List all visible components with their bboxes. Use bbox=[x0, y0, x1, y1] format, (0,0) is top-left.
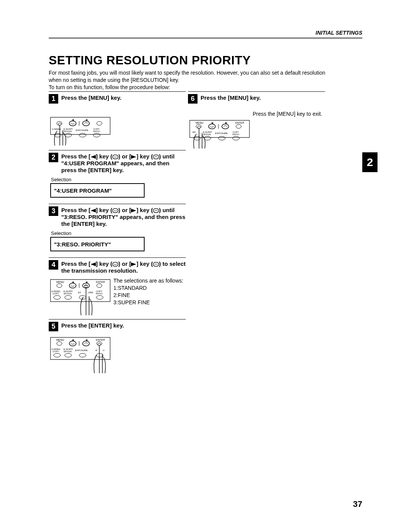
step-title: Press the [ENTER] key. bbox=[61, 322, 124, 329]
step-rule bbox=[49, 150, 186, 150]
lcd-display: "4:USER PROGRAM" bbox=[50, 183, 145, 198]
svg-point-50 bbox=[79, 296, 86, 299]
step-number-badge: 3 bbox=[49, 206, 58, 216]
hand-icon bbox=[94, 343, 105, 373]
down-nav-icon bbox=[112, 262, 118, 267]
step-rule bbox=[49, 91, 186, 92]
svg-marker-63 bbox=[72, 339, 74, 341]
svg-text:R: R bbox=[96, 349, 97, 351]
svg-text:RATIO: RATIO bbox=[96, 292, 103, 295]
step-rule bbox=[188, 91, 325, 92]
step-head: 3 Press the [] key () or [] key () until… bbox=[49, 206, 186, 227]
svg-point-71 bbox=[65, 353, 72, 357]
text-fragment: ] key ( bbox=[96, 207, 112, 213]
step-title: Press the [MENU] key. bbox=[61, 94, 121, 101]
svg-point-68 bbox=[83, 341, 89, 346]
step-side-text: Press the [MENU] key to exit. bbox=[253, 110, 325, 118]
step-head: 5 Press the [ENTER] key. bbox=[49, 322, 186, 331]
text-fragment: ] key ( bbox=[96, 153, 112, 160]
svg-text:RATIO: RATIO bbox=[233, 133, 239, 136]
svg-marker-7 bbox=[86, 119, 88, 121]
selection-label: Selection bbox=[51, 230, 186, 236]
up-nav-icon bbox=[153, 208, 159, 213]
right-arrow-icon bbox=[131, 262, 136, 266]
svg-marker-41 bbox=[72, 281, 74, 283]
selection-label: Selection bbox=[51, 177, 186, 182]
svg-marker-42 bbox=[86, 281, 88, 283]
step-head: 2 Press the [] key () or [] key () until… bbox=[49, 153, 186, 174]
step-rule bbox=[49, 204, 186, 204]
right-arrow-icon bbox=[131, 155, 136, 159]
svg-point-51 bbox=[96, 296, 103, 299]
step-number-badge: 5 bbox=[49, 322, 58, 331]
svg-text:MENU: MENU bbox=[56, 281, 64, 283]
svg-text:ENTER: ENTER bbox=[96, 339, 105, 341]
svg-point-95 bbox=[198, 126, 201, 128]
svg-point-15 bbox=[79, 133, 86, 137]
text-fragment: ) or [ bbox=[118, 207, 131, 213]
step-head: 6 Press the [MENU] key. bbox=[188, 94, 325, 104]
step-side-text: The selections are as follows: 1:STANDAR… bbox=[113, 277, 186, 306]
svg-text:RATIO: RATIO bbox=[93, 130, 100, 133]
svg-point-9 bbox=[69, 121, 76, 126]
svg-text:O: O bbox=[103, 349, 105, 351]
svg-point-12 bbox=[97, 121, 102, 125]
text-fragment: ) or [ bbox=[118, 260, 131, 267]
svg-point-70 bbox=[54, 353, 61, 357]
control-panel-illustration: 2-SIDED E-SORT/ SP.FUN EXPOSURE COPY RAT… bbox=[50, 107, 110, 145]
step-4: 4 Press the [] key () or [] key () to se… bbox=[49, 257, 186, 315]
column-1: 1 Press the [MENU] key. 2-SIDED E-SORT/ … bbox=[49, 89, 186, 373]
down-nav-icon bbox=[112, 155, 118, 159]
svg-point-17 bbox=[58, 123, 61, 125]
step-number-badge: 2 bbox=[49, 153, 58, 162]
svg-text:COPY: COPY bbox=[53, 292, 59, 295]
svg-point-27 bbox=[113, 262, 118, 267]
svg-point-11 bbox=[83, 121, 89, 126]
step-number-badge: 4 bbox=[49, 260, 58, 270]
svg-point-93 bbox=[218, 136, 225, 140]
svg-marker-18 bbox=[91, 155, 96, 159]
svg-point-74 bbox=[98, 343, 101, 345]
svg-marker-64 bbox=[86, 339, 88, 341]
step-number-badge: 6 bbox=[188, 94, 198, 104]
step-rule bbox=[49, 257, 186, 258]
svg-point-29 bbox=[153, 262, 159, 267]
svg-marker-6 bbox=[72, 119, 74, 121]
step-2: 2 Press the [] key () or [] key () until… bbox=[49, 150, 186, 198]
svg-point-52 bbox=[84, 285, 88, 288]
svg-marker-28 bbox=[131, 262, 136, 266]
svg-text:SP.FUN: SP.FUN bbox=[203, 133, 211, 136]
manual-page: INITIAL SETTINGS SETTING RESOLUTION PRIO… bbox=[0, 0, 411, 532]
lcd-display: "3:RESO. PRIORITY" bbox=[50, 237, 145, 251]
svg-point-21 bbox=[153, 155, 159, 159]
svg-marker-20 bbox=[131, 155, 136, 159]
left-arrow-icon bbox=[91, 262, 96, 266]
svg-point-23 bbox=[113, 209, 118, 213]
step-number-badge: 1 bbox=[49, 94, 58, 104]
step-title: Press the [MENU] key. bbox=[201, 94, 261, 101]
step-body: MENU ENTER ED E-SORT/ SP.FUN EXPOSURE CO… bbox=[188, 107, 325, 149]
step-5: 5 Press the [ENTER] key. MENU ENTER 2-SI… bbox=[49, 319, 186, 373]
svg-text:SP.FUN: SP.FUN bbox=[64, 292, 72, 295]
svg-point-90 bbox=[236, 125, 241, 128]
svg-text:MENU: MENU bbox=[56, 339, 64, 341]
svg-point-65 bbox=[57, 342, 62, 345]
svg-rect-0 bbox=[51, 117, 110, 134]
svg-point-43 bbox=[57, 284, 62, 288]
svg-text:URE: URE bbox=[88, 291, 93, 294]
chapter-tab: 2 bbox=[362, 152, 378, 172]
column-2: 6 Press the [MENU] key. MENU ENTER ED E-… bbox=[188, 89, 325, 149]
down-nav-icon bbox=[112, 208, 118, 213]
svg-point-44 bbox=[69, 283, 76, 288]
svg-text:SP.FUN: SP.FUN bbox=[64, 350, 72, 353]
step-title: Press the [] key () or [] key () until "… bbox=[61, 206, 186, 227]
svg-text:ENTER: ENTER bbox=[96, 281, 105, 283]
svg-text:ED: ED bbox=[193, 131, 196, 133]
left-arrow-icon bbox=[91, 155, 96, 159]
svg-point-66 bbox=[69, 341, 76, 346]
svg-marker-22 bbox=[91, 209, 96, 212]
text-fragment: ) or [ bbox=[118, 153, 131, 160]
svg-marker-85 bbox=[225, 122, 228, 124]
svg-point-87 bbox=[209, 124, 215, 129]
svg-point-48 bbox=[54, 296, 61, 299]
